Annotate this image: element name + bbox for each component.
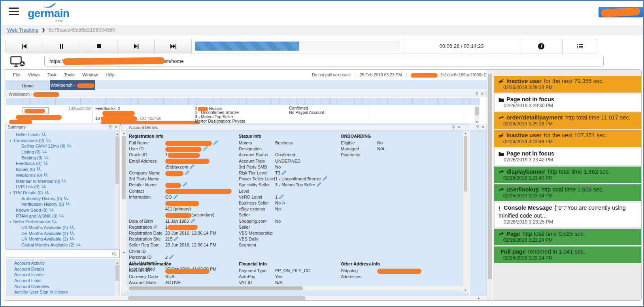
close-icon[interactable]: ✕ [114, 125, 117, 129]
edit-pencil-icon[interactable] [282, 171, 286, 175]
event-list-button[interactable] [562, 39, 597, 53]
tree-item[interactable]: Webforms (0) [6, 172, 119, 178]
metric-icon [52, 220, 57, 224]
menu-window[interactable]: Window [82, 72, 98, 77]
workbench-result-row[interactable]: 1325532232 Feedbacks: 2 10, CO 423456 2R… [6, 105, 480, 124]
viewport-hscrollbar[interactable]: ▸ [5, 296, 487, 300]
summary-link[interactable]: Account Overview [6, 284, 119, 290]
pin-icon[interactable] [476, 125, 479, 129]
tree-item[interactable]: Member to Member (0) [6, 178, 119, 184]
info-plus-icon[interactable]: i+ [282, 201, 286, 205]
hamburger-menu-icon[interactable] [9, 8, 19, 16]
tree-item[interactable]: Listing (0) [6, 149, 119, 155]
viewport-vscrollbar[interactable] [487, 70, 492, 300]
edit-pencil-icon[interactable] [185, 171, 189, 175]
edit-pencil-icon[interactable] [183, 182, 187, 187]
caret-down-icon[interactable]: ▼ [9, 220, 12, 224]
row-input-box[interactable] [23, 107, 49, 114]
pin-icon[interactable] [109, 125, 112, 129]
menu-views[interactable]: Views [28, 72, 40, 77]
metric-icon [62, 179, 67, 183]
tree-item[interactable]: Bidding (0) [6, 155, 119, 161]
redaction [165, 141, 212, 146]
pin-icon[interactable] [452, 125, 455, 129]
tree-item[interactable]: Global Months Available (2) [6, 242, 119, 248]
close-icon[interactable]: ✕ [482, 125, 485, 129]
event-card[interactable]: Inactive user for the next 107.351 sec.0… [494, 130, 642, 147]
event-card[interactable]: Page http total time 0.525 sec.02/26/201… [494, 229, 642, 245]
pause-button[interactable] [43, 39, 80, 53]
replayed-url-field[interactable]: https:// om/home [44, 56, 604, 66]
summary-link[interactable]: Account Activity [6, 260, 119, 266]
caret-down-icon[interactable]: ▼ [9, 139, 12, 143]
tree-item[interactable]: RTAM and WONK (0) [6, 213, 119, 219]
tab-home[interactable]: Home [7, 81, 49, 90]
tree-item[interactable]: LVIS hits (0) [6, 184, 119, 190]
tree-item[interactable]: Known Good (0) [6, 207, 119, 213]
summary-link[interactable]: Activity User Sign In History [6, 289, 119, 295]
field-value: Business [275, 140, 293, 145]
row-phone: 1325532232 [68, 106, 91, 111]
edit-pencil-icon[interactable] [279, 195, 283, 199]
pin-icon[interactable] [475, 92, 478, 96]
skip-end-button[interactable] [155, 39, 192, 53]
close-icon[interactable]: ✕ [481, 92, 484, 96]
caret-down-icon[interactable]: ▼ [9, 191, 12, 195]
event-card[interactable]: Page not in focus02/26/2019 3:29:30 PM [494, 94, 642, 111]
summary-link[interactable]: Account Issues [6, 272, 119, 278]
summary-link[interactable]: Account Details [6, 266, 119, 272]
event-card[interactable]: Full page rendered in 1.041 sec.02/26/20… [494, 246, 642, 263]
summary-link[interactable]: Account Links [6, 278, 119, 284]
step-forward-button[interactable] [117, 39, 155, 53]
tree-item[interactable]: Authentify History (0) [6, 196, 119, 202]
summary-search-input[interactable] [6, 250, 120, 258]
tree-item[interactable]: Issues (0) [6, 167, 119, 172]
account-details-right-scrollbar[interactable]: ▲ ▼ [463, 131, 468, 293]
edit-pencil-icon[interactable] [213, 140, 218, 145]
event-card[interactable]: displaybanner http total time 1.862 sec.… [494, 167, 642, 183]
tree-item[interactable]: Seller Limits [6, 132, 119, 138]
tree-item[interactable]: UK Months Available (2) [6, 236, 119, 242]
summary-scrollbar[interactable]: ▲ [115, 132, 119, 248]
tree-item[interactable]: Verification History (0) [6, 201, 119, 207]
event-card[interactable]: !Console Message {"0":"You are currently… [494, 202, 642, 227]
edit-pencil-icon[interactable] [174, 195, 178, 199]
account-details-hscrollbar[interactable] [127, 286, 463, 290]
skip-start-button[interactable] [6, 39, 43, 53]
tree-item[interactable]: ▼Transactions (2) [6, 138, 119, 144]
stop-button[interactable] [80, 39, 117, 53]
info-button[interactable]: i [520, 39, 562, 53]
tree-item[interactable]: Selling GMV/ 12mo (0) [6, 143, 119, 149]
menu-tools[interactable]: Tools [64, 72, 75, 77]
event-card[interactable]: user/lookup http total time 1.608 sec.02… [494, 184, 642, 201]
tree-item[interactable]: ▼TUV Details (0) [6, 190, 119, 196]
edit-pencil-icon[interactable] [174, 237, 178, 241]
row-scrollbar[interactable]: ▼ [474, 105, 480, 124]
menu-task[interactable]: Task [47, 72, 57, 77]
tree-item[interactable]: Feedback (0) [6, 161, 119, 167]
breadcrumb-separator-icon: ❯ [42, 27, 45, 32]
menu-help[interactable]: Help [106, 72, 115, 77]
event-card[interactable]: order/detail/payment http total time 11.… [494, 112, 642, 129]
player-buttons [6, 39, 192, 53]
links-scrollbar[interactable]: ▲ [115, 260, 119, 299]
event-card[interactable]: Inactive user for the next 79.355 sec.02… [494, 76, 642, 93]
edit-pencil-icon[interactable] [317, 182, 321, 187]
account-details-left-scrollbar[interactable]: ▲ ▼ [121, 131, 127, 293]
tree-item[interactable]: ▼Seller Performance [6, 219, 119, 225]
breadcrumb-web-tracking-link[interactable]: Web Tracking [7, 27, 38, 33]
tree-item[interactable]: US Months Available (2) [6, 225, 119, 231]
progress-bar[interactable] [195, 42, 400, 51]
tree-item[interactable]: DE Months Available (2) [6, 231, 119, 237]
edit-pencil-icon[interactable] [323, 176, 327, 181]
edit-pencil-icon[interactable] [190, 165, 194, 169]
edit-pencil-icon[interactable] [203, 146, 208, 151]
edit-pencil-icon[interactable] [169, 255, 174, 259]
tab-workbench[interactable]: Workbench - [50, 80, 95, 90]
edit-pencil-icon[interactable] [191, 219, 195, 223]
field-value: 1 [275, 195, 278, 199]
header-action-button[interactable] [599, 7, 643, 17]
close-icon[interactable]: ✕ [457, 125, 461, 129]
event-card[interactable]: Page not in focus02/26/2019 3:23:42 PM [494, 148, 642, 165]
menu-file[interactable]: File [13, 72, 20, 77]
